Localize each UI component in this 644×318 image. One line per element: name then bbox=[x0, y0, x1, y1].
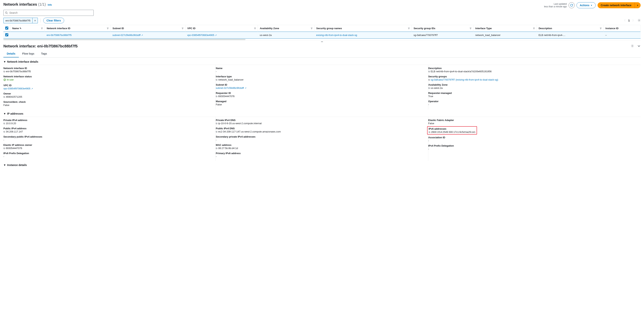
section-ip-addresses[interactable]: ▼ IP addresses bbox=[4, 110, 640, 117]
section-network-interface-details[interactable]: ▼ Network interface details bbox=[4, 58, 640, 65]
column-az[interactable]: Availability Zone▽ bbox=[258, 25, 314, 32]
cell-eni-link[interactable]: eni-0b7f3867bc88bf7f5 bbox=[47, 34, 72, 37]
caret-down-icon: ▼ bbox=[4, 164, 6, 167]
cell-sgids: sg-0afcaea7700797ff7 bbox=[412, 32, 474, 39]
table-settings-button[interactable] bbox=[638, 19, 640, 22]
actions-button[interactable]: Actions ▼ bbox=[576, 2, 596, 8]
column-sgnames[interactable]: Security group names▽ bbox=[314, 25, 412, 32]
copy-icon[interactable]: ⧉ bbox=[4, 122, 5, 125]
select-all-checkbox[interactable] bbox=[5, 27, 8, 30]
col-label: Availability Zone bbox=[260, 27, 279, 30]
label: Security groups bbox=[428, 75, 638, 78]
filter-icon[interactable]: ▽ bbox=[107, 27, 108, 29]
highlighted-ipv6: IPv6 addresses ⧉2600:1f14:2549:300:17c1:… bbox=[427, 126, 477, 135]
create-network-interface-button[interactable]: Create network interface bbox=[598, 2, 634, 8]
col-label: Network interface ID bbox=[47, 27, 70, 30]
subnet-link[interactable]: subnet-027c5fe86c9fcbdff↗ bbox=[216, 87, 426, 89]
label: Elastic IP address owner bbox=[4, 144, 213, 146]
column-subnet[interactable]: Subnet ID▽ bbox=[110, 25, 185, 32]
copy-icon[interactable]: ⧉ bbox=[216, 130, 218, 133]
column-instance[interactable]: Instance ID bbox=[604, 25, 640, 32]
filter-icon[interactable]: ▽ bbox=[600, 27, 602, 29]
copy-icon[interactable]: ⧉ bbox=[216, 147, 218, 150]
filter-chip-remove[interactable]: ✕ bbox=[32, 18, 38, 23]
next-page[interactable]: 〉 bbox=[632, 19, 635, 22]
label: Availability Zone bbox=[428, 83, 638, 86]
copy-icon[interactable]: ⧉ bbox=[429, 131, 430, 133]
copy-icon[interactable]: ⧉ bbox=[428, 70, 430, 73]
svg-point-0 bbox=[6, 12, 7, 14]
section-instance-details[interactable]: ▼ Instance details bbox=[4, 161, 640, 168]
cell-desc: ELB net/nlb-from-ipv4-… bbox=[536, 32, 603, 39]
gear-icon bbox=[631, 44, 634, 48]
copy-icon[interactable]: ⧉ bbox=[216, 122, 218, 125]
cell-subnet-link[interactable]: subnet-027c5fe86c9fcbdff↗ bbox=[112, 34, 143, 37]
row-checkbox[interactable] bbox=[5, 33, 8, 36]
value: 2600:1f14:2549:300:17c1:6c5d:ba29:ce1 bbox=[431, 131, 476, 133]
pane-splitter[interactable]: ═ bbox=[4, 40, 640, 43]
search-box[interactable] bbox=[4, 10, 94, 16]
label: Public IPv4 DNS bbox=[216, 127, 426, 130]
copy-icon[interactable]: ⧉ bbox=[216, 79, 218, 81]
tab-flow-logs[interactable]: Flow logs bbox=[19, 50, 38, 57]
external-icon: ↗ bbox=[245, 87, 246, 89]
refresh-button[interactable] bbox=[568, 2, 574, 8]
section-title: IP addresses bbox=[7, 112, 23, 115]
column-iftype[interactable]: Interface Type▽ bbox=[474, 25, 537, 32]
vpc-link[interactable]: vpc-03854f970683e4905↗ bbox=[4, 87, 213, 90]
value: - bbox=[216, 155, 426, 158]
clear-filters-button[interactable]: Clear filters bbox=[43, 18, 64, 23]
copy-icon[interactable]: ⧉ bbox=[4, 130, 5, 133]
col-label: Security group IDs bbox=[414, 27, 436, 30]
svg-point-1 bbox=[639, 20, 640, 21]
filter-icon[interactable]: ▽ bbox=[533, 27, 535, 29]
divider bbox=[40, 19, 41, 23]
filter-icon[interactable]: ▽ bbox=[182, 27, 184, 29]
detail-settings-button[interactable] bbox=[631, 44, 634, 48]
column-eni[interactable]: Network interface ID▽ bbox=[45, 25, 110, 32]
copy-icon[interactable]: ⧉ bbox=[428, 87, 430, 89]
col-label: Name bbox=[12, 27, 19, 30]
collapse-detail-button[interactable] bbox=[637, 44, 640, 48]
value: 693054447076 bbox=[218, 95, 234, 98]
column-sgids[interactable]: Security group IDs▽ bbox=[412, 25, 474, 32]
value: - bbox=[428, 139, 638, 142]
label: IPv6 Prefix Delegation bbox=[4, 152, 213, 155]
search-input[interactable] bbox=[9, 11, 92, 14]
column-name[interactable]: Name ✎▽ bbox=[10, 25, 45, 32]
sg-link[interactable]: sg-0afcaea7700797ff7 (exising-nlb-from-i… bbox=[431, 78, 498, 81]
col-label: Subnet ID bbox=[112, 27, 124, 30]
cell-vpc-link[interactable]: vpc-03854f970683e4905↗ bbox=[187, 34, 217, 37]
filter-icon[interactable]: ▽ bbox=[41, 27, 43, 29]
detail-title: Network interface: eni-0b7f3867bc88bf7f5 bbox=[4, 44, 78, 48]
label: Requester-managed bbox=[428, 92, 638, 95]
copy-icon[interactable]: ⧉ bbox=[428, 79, 430, 81]
gear-icon bbox=[638, 19, 640, 22]
copy-icon[interactable]: ⧉ bbox=[4, 96, 5, 98]
copy-icon[interactable]: ⧉ bbox=[4, 147, 5, 150]
label: Name bbox=[216, 67, 426, 70]
value: 469042571205 bbox=[6, 95, 22, 98]
cell-sgnames-link[interactable]: exising-nlb-from-ipv4-to-dual-stack-sg bbox=[316, 34, 357, 37]
column-desc[interactable]: Description▽ bbox=[536, 25, 603, 32]
tab-tags[interactable]: Tags bbox=[38, 50, 50, 57]
filter-icon[interactable]: ▽ bbox=[254, 27, 256, 29]
info-link[interactable]: Info bbox=[48, 4, 52, 6]
table-row[interactable]: eni-0b7f3867bc88bf7f5 subnet-027c5fe86c9… bbox=[4, 32, 640, 39]
horizontal-scrollbar[interactable] bbox=[4, 39, 246, 40]
actions-label: Actions bbox=[580, 4, 589, 7]
filter-icon[interactable]: ▽ bbox=[470, 27, 471, 29]
section-title: Network interface details bbox=[7, 60, 38, 63]
copy-icon[interactable]: ⧉ bbox=[216, 95, 218, 98]
filter-icon[interactable]: ▽ bbox=[311, 27, 312, 29]
filter-chip: eni-0b7f3867bc88bf7f5 ✕ bbox=[4, 18, 38, 23]
copy-icon[interactable]: ⧉ bbox=[4, 70, 5, 73]
create-dropdown-button[interactable]: ▼ bbox=[634, 2, 640, 8]
col-label: Description bbox=[539, 27, 552, 30]
value: - bbox=[4, 155, 213, 158]
label: Description bbox=[428, 67, 638, 70]
column-vpc[interactable]: VPC ID▽ bbox=[185, 25, 258, 32]
tab-details[interactable]: Details bbox=[4, 50, 19, 57]
prev-page[interactable]: 〈 bbox=[623, 19, 626, 22]
filter-icon[interactable]: ▽ bbox=[408, 27, 410, 29]
